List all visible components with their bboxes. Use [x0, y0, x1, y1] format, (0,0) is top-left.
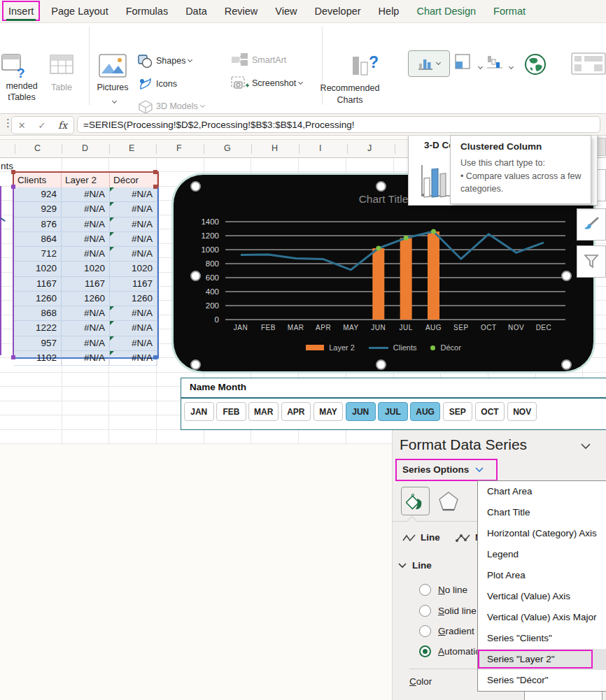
- element-list-item[interactable]: Plot Area: [478, 565, 606, 586]
- column-header-C[interactable]: C: [34, 143, 41, 153]
- line-tab[interactable]: Line: [402, 532, 440, 543]
- menu-tab-view[interactable]: View: [275, 6, 297, 17]
- table-row[interactable]: 116711671167: [14, 277, 157, 292]
- menu-tab-data[interactable]: Data: [185, 6, 207, 17]
- table-header-row[interactable]: ClientsLayer 2Décor: [13, 171, 159, 189]
- slicer-button-aug[interactable]: AUG: [410, 402, 440, 421]
- range-handle[interactable]: [153, 355, 157, 359]
- menu-tab-formulas[interactable]: Formulas: [126, 6, 168, 17]
- column-header-D[interactable]: D: [82, 143, 88, 153]
- range-handle[interactable]: [153, 170, 157, 174]
- table-row[interactable]: 1222#N/A#N/A: [14, 321, 157, 336]
- table-row[interactable]: 712#N/A#N/A: [14, 247, 157, 262]
- element-list-item[interactable]: Vertical (Value) Axis Major: [478, 607, 606, 628]
- table-row[interactable]: 876#N/A#N/A: [14, 217, 157, 232]
- pictures-button[interactable]: Pictures: [94, 83, 132, 92]
- radio-option-no-line[interactable]: No line: [419, 584, 467, 596]
- table-row[interactable]: 929#N/A#N/A: [14, 202, 157, 217]
- table-cell[interactable]: #N/A: [110, 306, 157, 320]
- table-cell[interactable]: #N/A: [110, 351, 157, 365]
- recommended-charts-button[interactable]: RecommendedCharts: [316, 83, 383, 106]
- slicer-button-oct[interactable]: OCT: [475, 402, 505, 421]
- slicer-button-nov[interactable]: NOV: [507, 402, 537, 421]
- table-header-cell[interactable]: Layer 2: [62, 173, 110, 187]
- enter-icon[interactable]: ✓: [38, 120, 45, 131]
- menu-tab-chart-design[interactable]: Chart Design: [416, 6, 476, 17]
- table-cell[interactable]: #N/A: [110, 187, 157, 201]
- menu-tab-page-layout[interactable]: Page Layout: [51, 6, 108, 17]
- element-list-item[interactable]: Chart Area: [478, 481, 606, 502]
- table-body[interactable]: 924#N/A#N/A929#N/A#N/A876#N/A#N/A864#N/A…: [13, 187, 159, 359]
- slicer-button-jun[interactable]: JUN: [346, 402, 376, 421]
- selection-handle[interactable]: [190, 181, 201, 192]
- menu-tab-review[interactable]: Review: [225, 6, 258, 17]
- table-cell[interactable]: 876: [14, 217, 62, 231]
- table-cell[interactable]: 712: [14, 247, 62, 261]
- selection-handle[interactable]: [190, 271, 201, 281]
- column-header-G[interactable]: G: [224, 143, 231, 153]
- table-cell[interactable]: #N/A: [110, 321, 157, 335]
- table-cell[interactable]: 1102: [14, 351, 62, 365]
- element-list-item[interactable]: Series "Clients": [478, 628, 606, 649]
- table-cell[interactable]: #N/A: [62, 187, 110, 201]
- effects-tab[interactable]: [435, 488, 463, 515]
- legend-item[interactable]: Layer 2: [306, 343, 355, 352]
- table-cell[interactable]: 1260: [14, 292, 62, 306]
- legend-item[interactable]: Clients: [369, 343, 417, 352]
- radio-option-solid-line[interactable]: Solid line: [419, 605, 477, 617]
- table-cell[interactable]: #N/A: [110, 336, 157, 350]
- formula-input[interactable]: =SERIES(Processing!$D$2,Processing!$B$3:…: [77, 116, 600, 133]
- table-header-cell[interactable]: Décor: [110, 173, 157, 187]
- range-handle[interactable]: [11, 170, 15, 174]
- column-header-J[interactable]: J: [367, 143, 372, 153]
- slicer-button-apr[interactable]: APR: [281, 402, 311, 421]
- element-list-item[interactable]: Vertical (Value) Axis: [478, 586, 606, 607]
- cancel-icon[interactable]: ✕: [18, 120, 26, 131]
- chart-filters-button[interactable]: [577, 245, 606, 278]
- table-header-cell[interactable]: Clients: [14, 173, 62, 187]
- element-list-item[interactable]: Legend: [478, 544, 606, 565]
- range-handle[interactable]: [11, 185, 15, 189]
- table-cell[interactable]: #N/A: [110, 217, 157, 231]
- selection-handle[interactable]: [190, 359, 201, 370]
- radio-option-automatic[interactable]: Automatic: [419, 645, 480, 657]
- legend-item[interactable]: Décor: [430, 343, 460, 352]
- slicer-button-mar[interactable]: MAR: [248, 402, 279, 421]
- column-header-H[interactable]: H: [272, 143, 278, 153]
- line-section-header[interactable]: Line: [398, 560, 432, 571]
- slicer-button-jul[interactable]: JUL: [378, 402, 408, 421]
- table-cell[interactable]: 868: [14, 306, 62, 320]
- insert-waterfall-chart-button[interactable]: [486, 54, 514, 73]
- radio-icon[interactable]: [419, 625, 431, 637]
- insert-hierarchy-chart-button[interactable]: [455, 54, 483, 73]
- table-cell[interactable]: 1167: [14, 277, 62, 291]
- table-row[interactable]: 864#N/A#N/A: [14, 232, 157, 247]
- table-cell[interactable]: #N/A: [62, 351, 110, 365]
- month-slicer[interactable]: Name Month JANFEBMARAPRMAYJUNJULAUGSEPOC…: [181, 378, 606, 430]
- radio-icon[interactable]: [419, 584, 431, 596]
- fill-line-tab[interactable]: [401, 487, 430, 515]
- table-cell[interactable]: #N/A: [110, 247, 157, 261]
- slicer-button-jan[interactable]: JAN: [184, 402, 214, 421]
- pane-collapse-chevron-icon[interactable]: [580, 440, 591, 452]
- table-cell[interactable]: 957: [14, 336, 62, 350]
- table-cell[interactable]: 1167: [62, 277, 110, 291]
- table-cell[interactable]: #N/A: [62, 217, 110, 231]
- 3d-models-button[interactable]: 3D Models: [156, 101, 205, 111]
- radio-icon[interactable]: [419, 645, 431, 657]
- table-row[interactable]: 102010201020: [14, 262, 157, 276]
- insert-function-icon[interactable]: fx: [58, 120, 67, 131]
- series-options-dropdown[interactable]: Series Options: [402, 464, 484, 475]
- selection-handle[interactable]: [376, 181, 386, 192]
- recommended-pivottables-button[interactable]: mendedtTables: [0, 80, 43, 103]
- table-cell[interactable]: #N/A: [110, 202, 157, 216]
- selection-handle[interactable]: [561, 359, 572, 370]
- maps-icon[interactable]: [523, 52, 547, 79]
- table-cell[interactable]: #N/A: [62, 247, 110, 261]
- radio-icon[interactable]: [419, 605, 431, 617]
- pictures-chevron-icon[interactable]: [110, 95, 117, 108]
- pivotchart-icon[interactable]: [571, 52, 606, 79]
- table-row[interactable]: 126012601260: [14, 292, 157, 306]
- table-cell[interactable]: 864: [14, 232, 62, 246]
- table-cell[interactable]: 924: [14, 187, 62, 201]
